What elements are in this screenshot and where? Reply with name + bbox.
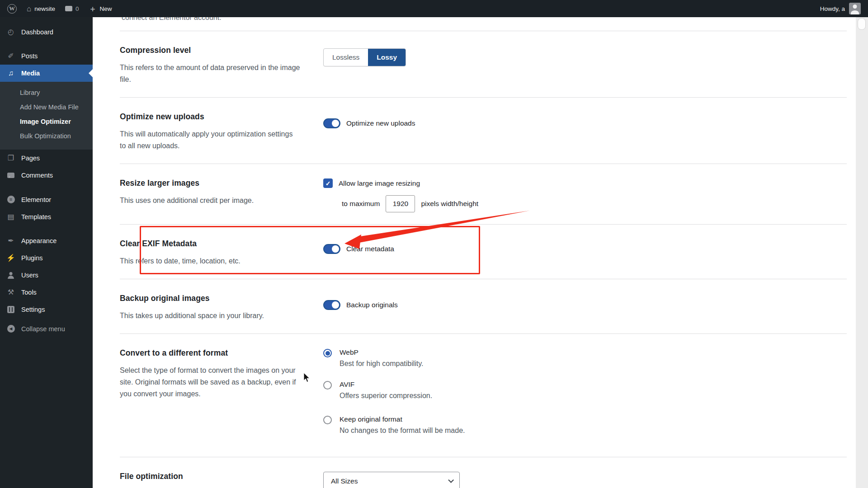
section-title: Clear EXIF Metadata	[120, 239, 323, 249]
allow-large-image-resizing-checkbox[interactable]: ✓	[323, 178, 333, 188]
posts-icon: ✐	[6, 52, 15, 60]
sizes-select[interactable]: All Sizes	[323, 472, 460, 488]
section-clear-exif-metadata: Clear EXIF Metadata This refers to date,…	[120, 224, 847, 279]
appearance-brush-icon: ✒	[6, 237, 15, 244]
sidebar-label: Collapse menu	[21, 325, 65, 333]
section-file-optimization: File optimization In addition to your or…	[120, 457, 847, 488]
pages-icon: ❐	[6, 155, 15, 162]
section-title: Compression level	[120, 46, 323, 55]
section-convert-format: Convert to a different format Select the…	[120, 333, 847, 457]
collapse-arrow-icon: ◀	[6, 325, 15, 333]
sidebar-label: Comments	[21, 172, 53, 179]
selected-size-value: All Sizes	[331, 477, 358, 485]
max-pixels-input[interactable]	[386, 195, 415, 212]
sidebar-label: Plugins	[21, 254, 43, 262]
partial-intro-text: connect an Elementor account.	[122, 17, 222, 22]
sidebar-item-plugins[interactable]: ⚡ Plugins	[0, 249, 93, 267]
sidebar-label: Templates	[21, 213, 51, 221]
plugins-icon: ⚡	[6, 254, 15, 262]
radio-option-keep-original[interactable]: Keep original format No changes to the f…	[323, 415, 847, 435]
sidebar-item-users[interactable]: Users	[0, 267, 93, 284]
new-label: New	[100, 5, 112, 12]
sidebar-label: Dashboard	[21, 28, 53, 36]
howdy-greeting[interactable]: Howdy, a	[820, 5, 845, 12]
section-optimize-new-uploads: Optimize new uploads This will automatic…	[120, 97, 847, 164]
home-icon: ⌂	[27, 5, 31, 13]
site-name: newsite	[34, 5, 55, 12]
toggle-label: Optimize new uploads	[346, 119, 415, 127]
section-description: This will automatically apply your optim…	[120, 128, 301, 152]
toggle-label: Backup originals	[346, 301, 398, 309]
plus-icon: ＋	[89, 5, 97, 13]
keep-original-radio[interactable]	[323, 416, 332, 424]
scrollbar-track[interactable]	[856, 17, 868, 488]
radio-description: Best for high compatibility.	[340, 360, 424, 368]
chevron-down-icon	[448, 477, 454, 483]
comments-icon	[6, 173, 15, 178]
sidebar-label: Media	[21, 70, 40, 77]
max-size-prefix: to maximum	[342, 200, 380, 208]
sidebar-item-settings[interactable]: Settings	[0, 301, 93, 318]
sidebar-item-dashboard[interactable]: ◴ Dashboard	[0, 23, 93, 41]
site-name-menu[interactable]: ⌂ newsite	[27, 5, 55, 13]
radio-option-webp[interactable]: WebP Best for high compatibility.	[323, 348, 847, 368]
section-resize-larger-images: Resize larger images This uses one addit…	[120, 164, 847, 224]
users-icon	[6, 272, 15, 279]
elementor-icon: ≡	[6, 196, 15, 203]
section-title: Backup original images	[120, 294, 323, 303]
section-description: This refers to the amount of data preser…	[120, 62, 301, 85]
comment-bubble-icon	[65, 6, 72, 11]
user-avatar[interactable]	[849, 3, 861, 14]
lossless-button[interactable]: Lossless	[324, 49, 368, 66]
submenu-item-image-optimizer[interactable]: Image Optimizer	[0, 114, 93, 129]
radio-label: Keep original format	[340, 415, 465, 423]
submenu-item-add-new-media-file[interactable]: Add New Media File	[0, 100, 93, 114]
max-size-suffix: pixels width/height	[421, 200, 478, 208]
submenu-item-bulk-optimization[interactable]: Bulk Optimization	[0, 129, 93, 143]
sidebar-item-tools[interactable]: ⚒ Tools	[0, 284, 93, 301]
lossy-button[interactable]: Lossy	[368, 49, 406, 66]
sidebar-label: Settings	[21, 306, 45, 313]
compression-segmented-control: Lossless Lossy	[323, 48, 406, 66]
settings-page: connect an Elementor account. Compressio…	[93, 17, 868, 488]
sidebar-item-templates[interactable]: ▤ Templates	[0, 208, 93, 225]
sidebar-item-comments[interactable]: Comments	[0, 167, 93, 184]
clear-metadata-toggle[interactable]	[323, 244, 340, 254]
comments-admin-bar[interactable]: 0	[65, 5, 79, 12]
webp-radio[interactable]	[323, 349, 332, 357]
sidebar-label: Users	[21, 272, 38, 279]
sidebar-label: Appearance	[21, 237, 57, 244]
new-content-menu[interactable]: ＋ New	[89, 5, 112, 13]
radio-option-avif[interactable]: AVIF Offers superior compression.	[323, 380, 847, 400]
sidebar-item-media[interactable]: ♫ Media	[0, 65, 93, 82]
sidebar-item-posts[interactable]: ✐ Posts	[0, 47, 93, 65]
media-submenu: Library Add New Media File Image Optimiz…	[0, 82, 93, 150]
backup-originals-toggle[interactable]	[323, 300, 340, 310]
section-description: This takes up additional space in your l…	[120, 310, 301, 322]
clipped-intro-text-strip: connect an Elementor account.	[120, 17, 847, 31]
section-title: Convert to a different format	[120, 348, 323, 358]
radio-label: WebP	[340, 348, 424, 357]
admin-bar: W ⌂ newsite 0 ＋ New Howdy, a	[0, 0, 868, 17]
tools-icon: ⚒	[6, 289, 15, 296]
section-title: Optimize new uploads	[120, 112, 323, 122]
sidebar-item-pages[interactable]: ❐ Pages	[0, 150, 93, 167]
templates-folder-icon: ▤	[6, 213, 15, 221]
avif-radio[interactable]	[323, 381, 332, 389]
sidebar-item-elementor[interactable]: ≡ Elementor	[0, 191, 93, 208]
settings-sliders-icon	[6, 306, 15, 313]
section-compression-level: Compression level This refers to the amo…	[120, 31, 847, 97]
section-description: Select the type of format to convert the…	[120, 365, 301, 400]
scrollbar-thumb[interactable]	[858, 18, 866, 30]
section-backup-original-images: Backup original images This takes up add…	[120, 279, 847, 333]
dashboard-icon: ◴	[6, 28, 15, 36]
sidebar-item-collapse-menu[interactable]: ◀ Collapse menu	[0, 320, 93, 338]
radio-description: No changes to the format will be made.	[340, 427, 465, 435]
comment-count: 0	[75, 5, 79, 12]
sidebar-item-appearance[interactable]: ✒ Appearance	[0, 232, 93, 249]
optimize-new-uploads-toggle[interactable]	[323, 118, 340, 128]
submenu-item-library[interactable]: Library	[0, 85, 93, 100]
wordpress-logo-icon[interactable]: W	[7, 4, 17, 14]
section-title: Resize larger images	[120, 178, 323, 188]
section-title: File optimization	[120, 472, 323, 481]
